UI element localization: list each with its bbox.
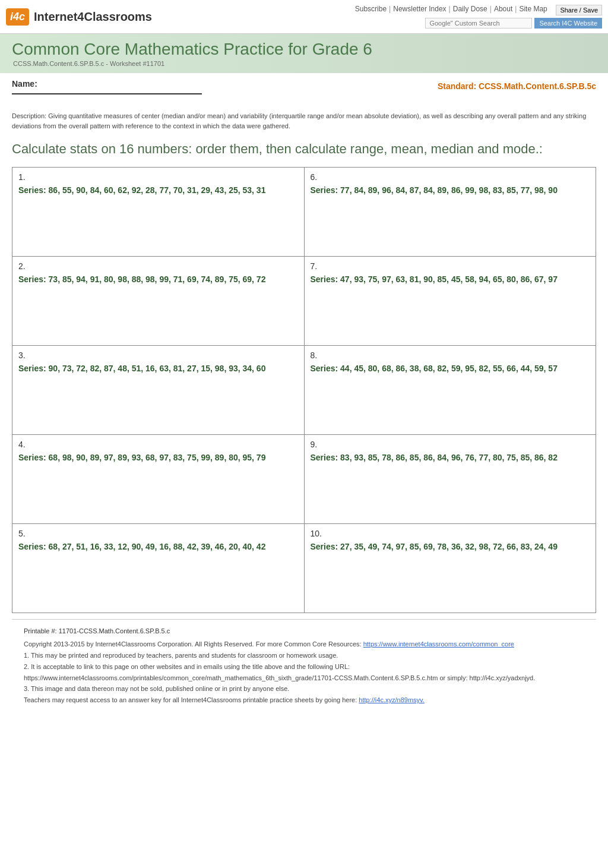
problem-cell: 10.Series: 27, 35, 49, 74, 97, 85, 69, 7… [304,523,596,613]
nav-newsletter-index[interactable]: Newsletter Index [393,5,446,15]
problem-cell: 6.Series: 77, 84, 89, 96, 84, 87, 84, 89… [304,167,596,256]
problem-grid: 1.Series: 86, 55, 90, 84, 60, 62, 92, 28… [12,167,596,613]
problem-number: 9. [311,440,590,449]
note2: 2. It is acceptable to link to this page… [24,661,584,673]
problem-series: Series: 90, 73, 72, 82, 87, 48, 51, 16, … [18,362,298,375]
printable-number: Printable #: 11701-CCSS.Math.Content.6.S… [24,626,584,637]
standard-label: Standard: [438,81,476,91]
problem-series: Series: 44, 45, 80, 68, 86, 38, 68, 82, … [311,362,590,375]
worksheet-id: CCSS.Math.Content.6.SP.B.5.c - Worksheet… [13,60,596,67]
common-core-link[interactable]: https://www.internet4classrooms.com/comm… [363,640,514,648]
footer: Printable #: 11701-CCSS.Math.Content.6.S… [12,619,596,712]
problem-cell: 5.Series: 68, 27, 51, 16, 33, 12, 90, 49… [12,523,305,613]
page-title: Common Core Mathematics Practice for Gra… [12,40,596,59]
note4: Teachers may request access to an answer… [24,695,584,706]
search-row: Search I4C Website [425,18,602,29]
problem-series: Series: 86, 55, 90, 84, 60, 62, 92, 28, … [18,184,298,197]
problem-row: 4.Series: 68, 98, 90, 89, 97, 89, 93, 68… [12,434,596,523]
name-section: Name: [12,79,202,99]
problem-number: 7. [311,261,590,271]
problem-cell: 1.Series: 86, 55, 90, 84, 60, 62, 92, 28… [12,167,305,256]
search-button[interactable]: Search I4C Website [534,18,602,29]
problem-number: 6. [311,172,590,182]
nav-site-map[interactable]: Site Map [519,5,547,15]
problem-number: 2. [18,261,298,271]
problem-row: 1.Series: 86, 55, 90, 84, 60, 62, 92, 28… [12,167,596,256]
problem-cell: 4.Series: 68, 98, 90, 89, 97, 89, 93, 68… [12,434,305,523]
top-nav: Subscribe | Newsletter Index | Daily Dos… [355,5,602,29]
note1: 1. This may be printed and reproduced by… [24,650,584,661]
problem-series: Series: 27, 35, 49, 74, 97, 85, 69, 78, … [311,541,590,553]
problem-row: 5.Series: 68, 27, 51, 16, 33, 12, 90, 49… [12,523,596,613]
problem-cell: 7.Series: 47, 93, 75, 97, 63, 81, 90, 85… [304,256,596,345]
logo-name: Internet4Classrooms [34,10,152,24]
problem-series: Series: 68, 27, 51, 16, 33, 12, 90, 49, … [18,541,298,553]
logo-area: i4c Internet4Classrooms [6,8,152,26]
problem-number: 10. [311,529,590,538]
nav-daily-dose[interactable]: Daily Dose [453,5,487,15]
share-button[interactable]: Share / Save [556,5,602,15]
problem-series: Series: 68, 98, 90, 89, 97, 89, 93, 68, … [18,452,298,464]
problem-number: 1. [18,172,298,182]
nav-subscribe[interactable]: Subscribe [355,5,387,15]
nav-about[interactable]: About [494,5,512,15]
problem-series: Series: 77, 84, 89, 96, 84, 87, 84, 89, … [311,184,590,197]
problem-number: 8. [311,351,590,360]
answer-key-link[interactable]: http://i4c.xyz/n89msyv. [359,696,424,703]
problem-number: 3. [18,351,298,360]
copyright-text: Copyright 2013-2015 by Internet4Classroo… [24,639,584,650]
problem-series: Series: 47, 93, 75, 97, 63, 81, 90, 85, … [311,273,590,286]
problem-row: 2.Series: 73, 85, 94, 91, 80, 98, 88, 98… [12,256,596,345]
problem-cell: 2.Series: 73, 85, 94, 91, 80, 98, 88, 98… [12,256,305,345]
problem-row: 3.Series: 90, 73, 72, 82, 87, 48, 51, 16… [12,345,596,434]
name-line [12,93,202,94]
url-long: https://www.internet4classrooms.com/prin… [24,673,584,684]
problem-cell: 8.Series: 44, 45, 80, 68, 86, 38, 68, 82… [304,345,596,434]
problem-number: 5. [18,529,298,538]
name-label: Name: [12,79,202,89]
problem-series: Series: 83, 93, 85, 78, 86, 85, 86, 84, … [311,452,590,464]
problem-number: 4. [18,440,298,449]
search-input[interactable] [425,18,532,29]
header: i4c Internet4Classrooms Subscribe | News… [0,0,608,34]
problem-series: Series: 73, 85, 94, 91, 80, 98, 88, 98, … [18,273,298,286]
standard-value: CCSS.Math.Content.6.SP.B.5c [479,81,596,91]
description: Description: Giving quantitative measure… [12,111,596,131]
note3: 3. This image and data thereon may not b… [24,683,584,695]
standard-section: Standard: CCSS.Math.Content.6.SP.B.5c [438,81,596,91]
instructions: Calculate stats on 16 numbers: order the… [12,140,596,159]
main-content: Name: Standard: CCSS.Math.Content.6.SP.B… [0,73,608,718]
logo-icon: i4c [6,8,29,26]
problem-cell: 3.Series: 90, 73, 72, 82, 87, 48, 51, 16… [12,345,305,434]
banner: Common Core Mathematics Practice for Gra… [0,34,608,73]
top-links[interactable]: Subscribe | Newsletter Index | Daily Dos… [355,5,602,15]
problem-cell: 9.Series: 83, 93, 85, 78, 86, 85, 86, 84… [304,434,596,523]
problem-table-body: 1.Series: 86, 55, 90, 84, 60, 62, 92, 28… [12,167,596,613]
